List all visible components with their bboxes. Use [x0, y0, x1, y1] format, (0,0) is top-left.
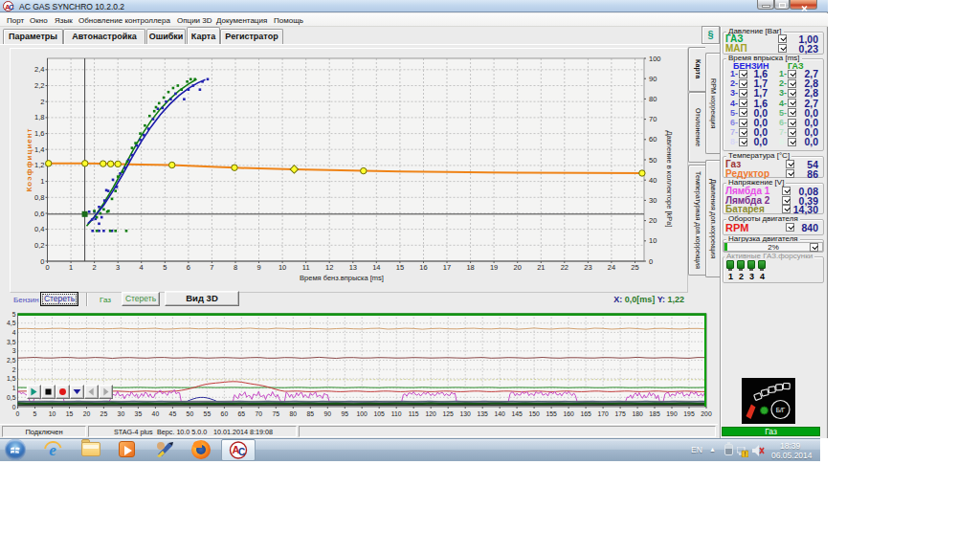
svg-text:0,5: 0,5	[7, 394, 16, 401]
svg-text:40: 40	[649, 176, 657, 185]
svg-text:70: 70	[649, 115, 657, 123]
svg-text:190: 190	[666, 410, 678, 417]
svg-text:20: 20	[83, 410, 91, 417]
svg-text:140: 140	[495, 410, 506, 417]
svg-text:5: 5	[163, 263, 167, 272]
svg-text:2: 2	[93, 263, 97, 272]
svg-text:17: 17	[443, 263, 451, 272]
svg-text:35: 35	[135, 410, 143, 417]
svg-text:1,6: 1,6	[34, 129, 44, 138]
svg-text:12: 12	[325, 263, 333, 272]
svg-text:21: 21	[537, 263, 545, 272]
svg-text:1,4: 1,4	[34, 145, 44, 154]
svg-text:95: 95	[342, 410, 349, 417]
svg-text:155: 155	[546, 410, 557, 417]
svg-text:115: 115	[409, 410, 419, 417]
svg-text:C: C	[238, 447, 245, 457]
svg-text:15: 15	[66, 410, 74, 417]
svg-text:20: 20	[649, 216, 657, 225]
svg-text:e: e	[49, 441, 56, 459]
svg-text:10: 10	[649, 236, 657, 245]
svg-text:2: 2	[12, 366, 16, 373]
svg-text:!: !	[745, 451, 746, 457]
svg-text:0,4: 0,4	[34, 225, 44, 233]
svg-text:Время бенз.впрыска [ms]: Время бенз.впрыска [ms]	[300, 274, 384, 282]
svg-text:60: 60	[649, 135, 657, 144]
svg-text:Давление в коллекторе [kPa]: Давление в коллекторе [kPa]	[665, 131, 674, 228]
svg-text:9: 9	[256, 263, 260, 272]
svg-text:105: 105	[374, 410, 386, 417]
svg-text:90: 90	[649, 75, 657, 83]
svg-text:2,2: 2,2	[34, 81, 44, 90]
svg-text:14: 14	[372, 263, 380, 272]
svg-text:Б/Г: Б/Г	[776, 407, 786, 413]
svg-text:0: 0	[16, 410, 20, 417]
svg-text:65: 65	[238, 410, 246, 417]
svg-text:0: 0	[40, 257, 44, 266]
svg-text:20: 20	[514, 263, 522, 272]
svg-text:170: 170	[597, 410, 609, 417]
svg-text:160: 160	[563, 410, 574, 417]
svg-text:185: 185	[649, 410, 660, 417]
svg-text:11: 11	[302, 263, 310, 272]
svg-text:0: 0	[45, 263, 49, 272]
svg-text:85: 85	[307, 410, 315, 417]
svg-text:195: 195	[683, 410, 695, 417]
svg-text:1: 1	[12, 385, 16, 391]
svg-text:45: 45	[169, 410, 177, 417]
svg-text:180: 180	[632, 410, 643, 417]
svg-text:8: 8	[234, 263, 237, 272]
svg-text:1,8: 1,8	[34, 113, 44, 122]
svg-text:135: 135	[478, 410, 489, 417]
svg-text:200: 200	[701, 410, 712, 417]
svg-text:3,5: 3,5	[7, 339, 16, 345]
svg-text:4,5: 4,5	[7, 320, 16, 326]
svg-text:25: 25	[631, 263, 638, 272]
svg-text:6: 6	[187, 263, 190, 272]
svg-text:Коэффициент: Коэффициент	[25, 127, 33, 191]
svg-text:40: 40	[152, 410, 160, 417]
svg-text:50: 50	[187, 410, 194, 417]
svg-text:2: 2	[40, 98, 44, 106]
svg-text:0: 0	[649, 257, 653, 266]
svg-text:0,8: 0,8	[34, 193, 44, 202]
svg-text:18: 18	[466, 263, 474, 272]
svg-text:1: 1	[40, 177, 44, 186]
svg-text:3: 3	[116, 263, 120, 272]
svg-text:19: 19	[490, 263, 498, 272]
svg-text:22: 22	[561, 263, 568, 272]
svg-text:100: 100	[357, 410, 368, 417]
svg-text:5: 5	[33, 410, 37, 417]
svg-text:25: 25	[100, 410, 108, 417]
svg-text:80: 80	[649, 95, 657, 103]
svg-text:1,2: 1,2	[34, 161, 44, 169]
svg-text:145: 145	[511, 410, 523, 417]
svg-text:100: 100	[649, 55, 661, 63]
svg-text:165: 165	[580, 410, 591, 417]
svg-text:125: 125	[443, 410, 455, 417]
svg-text:1: 1	[69, 263, 73, 272]
svg-text:175: 175	[614, 410, 626, 417]
svg-text:0,2: 0,2	[34, 241, 44, 250]
svg-text:4: 4	[140, 263, 144, 272]
svg-text:7: 7	[210, 263, 213, 272]
svg-text:120: 120	[426, 410, 437, 417]
svg-text:15: 15	[396, 263, 404, 272]
svg-text:13: 13	[349, 263, 357, 272]
svg-text:10: 10	[49, 410, 56, 417]
svg-text:2,5: 2,5	[7, 357, 16, 364]
svg-text:16: 16	[419, 263, 427, 272]
svg-text:2,4: 2,4	[34, 65, 44, 74]
svg-text:0,6: 0,6	[34, 210, 44, 218]
svg-text:55: 55	[204, 410, 212, 417]
svg-text:110: 110	[391, 410, 402, 417]
svg-text:30: 30	[118, 410, 125, 417]
svg-text:130: 130	[460, 410, 472, 417]
svg-text:0: 0	[12, 404, 16, 410]
svg-text:10: 10	[278, 263, 286, 272]
svg-text:50: 50	[649, 156, 657, 165]
svg-text:24: 24	[608, 263, 615, 272]
svg-text:90: 90	[324, 410, 332, 417]
svg-text:5: 5	[12, 311, 16, 318]
svg-text:80: 80	[290, 410, 298, 417]
